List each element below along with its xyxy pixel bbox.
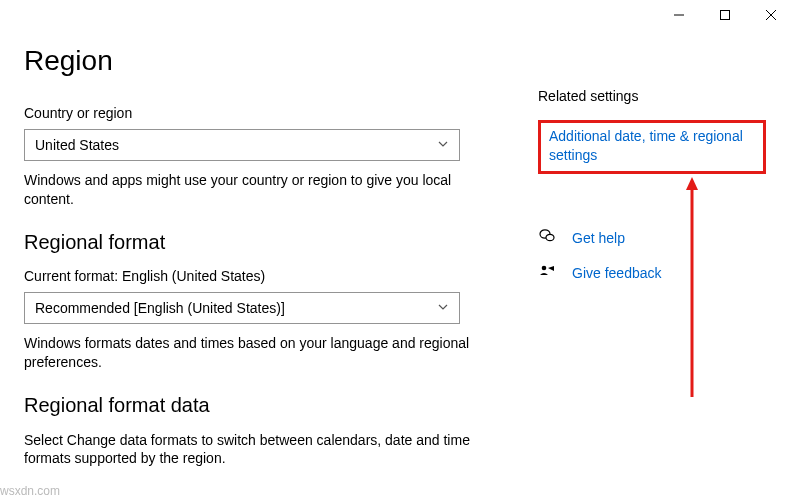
format-select[interactable]: Recommended [English (United States)] — [24, 292, 460, 324]
format-desc: Windows formats dates and times based on… — [24, 334, 494, 372]
page-title: Region — [24, 45, 524, 77]
country-desc: Windows and apps might use your country … — [24, 171, 494, 209]
svg-rect-1 — [721, 11, 730, 20]
country-label: Country or region — [24, 105, 524, 121]
close-button[interactable] — [748, 0, 794, 30]
related-settings-heading: Related settings — [538, 88, 766, 104]
format-select-value: Recommended [English (United States)] — [35, 300, 285, 316]
svg-point-5 — [546, 234, 554, 240]
format-data-desc: Select Change data formats to switch bet… — [24, 431, 494, 469]
chevron-down-icon — [437, 137, 449, 153]
give-feedback-row: Give feedback — [538, 263, 766, 284]
feedback-icon — [538, 263, 558, 284]
get-help-row: Get help — [538, 228, 766, 249]
highlight-annotation: Additional date, time & regional setting… — [538, 120, 766, 174]
regional-format-heading: Regional format — [24, 231, 524, 254]
format-label: Current format: English (United States) — [24, 268, 524, 284]
give-feedback-link[interactable]: Give feedback — [572, 264, 662, 283]
svg-point-6 — [542, 265, 547, 270]
additional-settings-link[interactable]: Additional date, time & regional setting… — [549, 128, 743, 163]
chevron-down-icon — [437, 300, 449, 316]
window-controls — [656, 0, 794, 30]
country-select-value: United States — [35, 137, 119, 153]
minimize-button[interactable] — [656, 0, 702, 30]
help-icon — [538, 228, 558, 249]
watermark: wsxdn.com — [0, 484, 60, 498]
country-select[interactable]: United States — [24, 129, 460, 161]
regional-format-data-heading: Regional format data — [24, 394, 524, 417]
get-help-link[interactable]: Get help — [572, 229, 625, 248]
maximize-button[interactable] — [702, 0, 748, 30]
